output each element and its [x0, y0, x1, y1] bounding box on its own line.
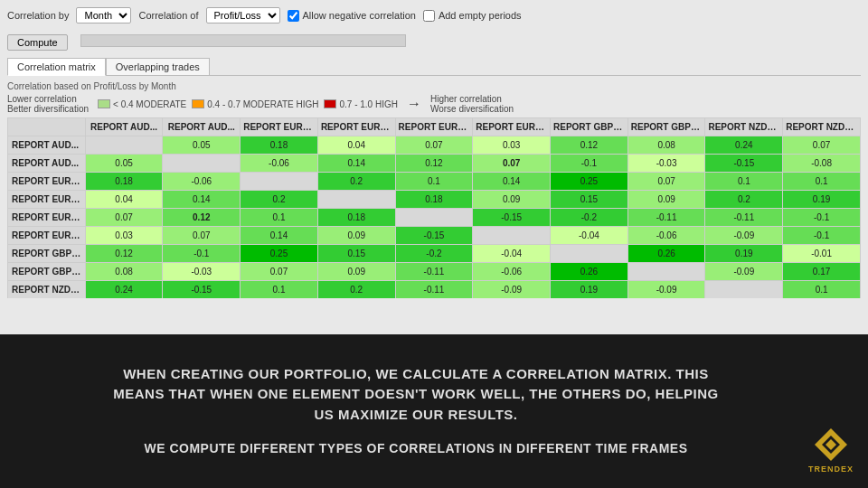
cell-6-0: 0.12: [85, 245, 163, 263]
logo-text: TRENDEX: [808, 465, 854, 474]
matrix-table: REPORT AUD... REPORT AUD... REPORT EURC.…: [7, 117, 861, 298]
col-header-1: REPORT AUD...: [85, 118, 163, 136]
logo: TRENDEX: [808, 427, 854, 474]
cell-5-6: -0.04: [551, 227, 628, 245]
cell-1-3: 0.14: [317, 155, 395, 173]
cell-1-0: 0.05: [85, 155, 163, 173]
cell-4-4: [395, 209, 473, 227]
mod-high-text: 0.4 - 0.7 MODERATE HIGH: [207, 99, 318, 109]
cell-0-5: 0.03: [473, 136, 551, 155]
high-text: 0.7 - 1.0 HIGH: [339, 99, 397, 109]
cell-4-5: -0.15: [473, 209, 551, 227]
cell-2-5: 0.14: [473, 173, 551, 191]
bottom-text: WHEN CREATING OUR PORTFOLIO, WE CALCULAT…: [113, 364, 718, 459]
add-empty-group: Add empty periods: [423, 10, 522, 22]
cell-8-3: 0.2: [317, 281, 395, 299]
cell-6-4: -0.2: [395, 245, 473, 263]
cell-3-1: 0.14: [163, 191, 241, 209]
row-header-8: REPORT NZDC...: [8, 281, 86, 299]
cell-3-0: 0.04: [85, 191, 163, 209]
cell-8-8: [705, 281, 783, 299]
row-header-6: REPORT GBPC...: [8, 245, 86, 263]
table-row: REPORT GBPC...0.12-0.10.250.15-0.2-0.040…: [8, 245, 861, 263]
cell-7-3: 0.09: [317, 263, 395, 281]
cell-3-4: 0.18: [395, 191, 473, 209]
correlation-by-select[interactable]: Month: [76, 7, 131, 23]
cell-6-2: 0.25: [241, 245, 318, 263]
moderate-text: < 0.4 MODERATE: [113, 99, 186, 109]
cell-1-6: -0.1: [551, 155, 628, 173]
cell-6-3: 0.15: [317, 245, 395, 263]
matrix-body: REPORT AUD...0.050.180.040.070.030.120.0…: [8, 136, 861, 299]
add-empty-label: Add empty periods: [439, 10, 522, 21]
legend-moderate: < 0.4 MODERATE: [98, 99, 186, 109]
row-header-5: REPORT EURU...: [8, 227, 86, 245]
legend-mod-high-box: [192, 99, 204, 108]
col-header-8: REPORT GBPN...: [627, 118, 705, 136]
cell-7-2: 0.07: [241, 263, 318, 281]
table-row: REPORT EURC...0.18-0.060.20.10.140.250.0…: [8, 173, 861, 191]
legend-mod-high: 0.4 - 0.7 MODERATE HIGH: [192, 99, 318, 109]
better-label: Better diversification: [7, 104, 89, 114]
cell-3-3: [317, 191, 395, 209]
cell-7-1: -0.03: [163, 263, 241, 281]
tab-overlapping-trades[interactable]: Overlapping trades: [106, 58, 210, 75]
arrow-icon: →: [407, 96, 421, 112]
cell-6-9: -0.01: [783, 245, 861, 263]
row-header-3: REPORT EURC...: [8, 191, 86, 209]
col-header-10: REPORT NZDC...: [783, 118, 861, 136]
col-header-3: REPORT EURC...: [241, 118, 318, 136]
legend-area: Lower correlation Better diversification…: [7, 94, 861, 114]
cell-0-7: 0.08: [627, 136, 705, 155]
bottom-line4: WE COMPUTE DIFFERENT TYPES OF CORRELATIO…: [113, 439, 718, 458]
row-header-4: REPORT EURC...: [8, 209, 86, 227]
cell-3-9: 0.19: [783, 191, 861, 209]
cell-1-9: -0.08: [783, 155, 861, 173]
cell-7-6: 0.26: [551, 263, 628, 281]
col-header-7: REPORT GBPC...: [551, 118, 628, 136]
cell-1-1: [163, 155, 241, 173]
cell-3-2: 0.2: [241, 191, 318, 209]
cell-0-9: 0.07: [783, 136, 861, 155]
cell-1-5: 0.07: [473, 155, 551, 173]
cell-7-7: [627, 263, 705, 281]
table-row: REPORT NZDC...0.24-0.150.10.2-0.11-0.090…: [8, 281, 861, 299]
cell-8-4: -0.11: [395, 281, 473, 299]
cell-0-6: 0.12: [551, 136, 628, 155]
col-header-4: REPORT EURC...: [317, 118, 395, 136]
cell-6-8: 0.19: [705, 245, 783, 263]
bottom-line1: WHEN CREATING OUR PORTFOLIO, WE CALCULAT…: [113, 364, 718, 426]
add-empty-checkbox[interactable]: [423, 10, 435, 22]
allow-negative-checkbox[interactable]: [288, 10, 299, 22]
correlation-of-select[interactable]: Profit/Loss: [206, 7, 280, 23]
table-row: REPORT EURC...0.040.140.20.180.090.150.0…: [8, 191, 861, 209]
allow-negative-label: Allow negative correlation: [303, 10, 416, 21]
table-row: REPORT AUD...0.050.180.040.070.030.120.0…: [8, 136, 861, 155]
tab-correlation-matrix[interactable]: Correlation matrix: [7, 58, 106, 76]
col-header-6: REPORT EURU...: [473, 118, 551, 136]
controls-row2: Compute: [7, 31, 861, 51]
cell-5-2: 0.14: [241, 227, 318, 245]
cell-5-3: 0.09: [317, 227, 395, 245]
legend-high: 0.7 - 1.0 HIGH: [324, 99, 397, 109]
cell-5-4: -0.15: [395, 227, 473, 245]
cell-4-9: -0.1: [783, 209, 861, 227]
cell-0-8: 0.24: [705, 136, 783, 155]
cell-2-3: 0.2: [317, 173, 395, 191]
col-header-0: [8, 118, 86, 136]
cell-2-9: 0.1: [783, 173, 861, 191]
cell-8-2: 0.1: [241, 281, 318, 299]
cell-1-4: 0.12: [395, 155, 473, 173]
cell-4-7: -0.11: [627, 209, 705, 227]
table-row: REPORT EURC...0.070.120.10.18-0.15-0.2-0…: [8, 209, 861, 227]
cell-2-8: 0.1: [705, 173, 783, 191]
col-header-5: REPORT EURC...: [395, 118, 473, 136]
cell-8-6: 0.19: [551, 281, 628, 299]
allow-negative-group: Allow negative correlation: [288, 10, 416, 22]
legend-moderate-box: [98, 99, 110, 108]
cell-4-0: 0.07: [85, 209, 163, 227]
row-header-0: REPORT AUD...: [8, 136, 86, 155]
compute-button[interactable]: Compute: [7, 34, 68, 51]
cell-3-8: 0.2: [705, 191, 783, 209]
cell-2-7: 0.07: [627, 173, 705, 191]
